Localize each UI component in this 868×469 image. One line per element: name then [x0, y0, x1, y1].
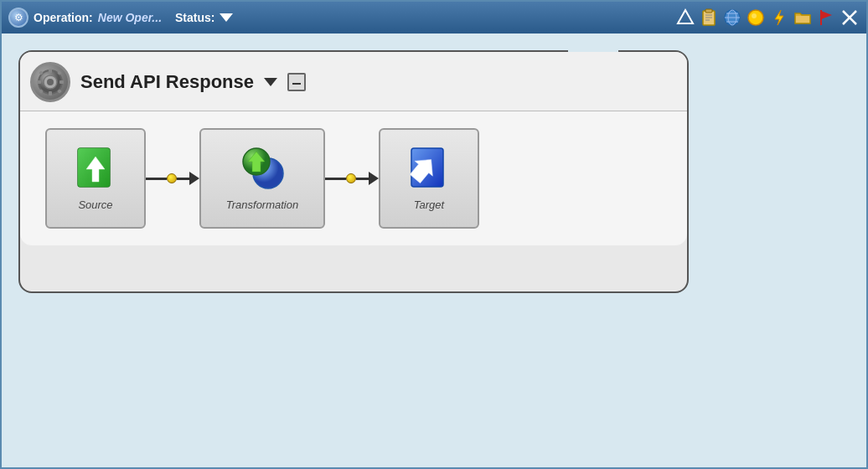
pipeline-dropdown[interactable]: [264, 78, 277, 86]
share-icon[interactable]: [675, 8, 695, 28]
pipeline-title: Send API Response: [80, 71, 254, 93]
connector-dot-2: [346, 173, 356, 183]
globe-icon[interactable]: [722, 8, 742, 28]
clipboard-icon[interactable]: [699, 8, 719, 28]
transformation-label: Transformation: [226, 198, 298, 211]
operation-name: New Oper...: [98, 11, 162, 24]
source-label: Source: [78, 198, 112, 211]
app-icon: ⚙: [8, 8, 28, 28]
connector-dot-1: [167, 173, 177, 183]
connector-line-1b: [177, 178, 189, 180]
svg-point-20: [47, 79, 54, 85]
flag-icon[interactable]: [816, 8, 836, 28]
svg-marker-13: [775, 10, 783, 25]
lightning-icon[interactable]: [769, 8, 789, 28]
svg-point-12: [752, 13, 757, 18]
folder-icon[interactable]: [793, 8, 813, 28]
connector-arrow-1: [189, 172, 199, 185]
svg-rect-2: [705, 9, 712, 13]
svg-rect-24: [59, 80, 64, 84]
status-icon[interactable]: [746, 8, 766, 28]
status-dropdown[interactable]: [220, 13, 233, 22]
target-label: Target: [414, 198, 444, 211]
toolbar-icons: [675, 8, 860, 28]
close-icon[interactable]: [840, 8, 860, 28]
svg-rect-21: [49, 69, 52, 73]
svg-rect-22: [49, 91, 52, 95]
title-bar: ⚙ Operation: New Oper... Status:: [2, 2, 866, 34]
svg-rect-23: [37, 80, 41, 84]
pipeline-gear-icon: [30, 62, 70, 102]
pipeline-header: Send API Response: [20, 52, 687, 111]
canvas-area: Send API Response: [2, 34, 866, 467]
target-icon: [406, 147, 452, 192]
transformation-icon: [240, 147, 285, 192]
operation-label: Operation:: [34, 11, 93, 24]
flow-area: Source: [20, 111, 687, 245]
connector-line-1a: [146, 178, 167, 180]
connector-2: [325, 172, 379, 185]
source-node[interactable]: Source: [45, 128, 146, 229]
svg-marker-0: [678, 10, 693, 23]
transformation-node[interactable]: Transformation: [199, 128, 325, 229]
pipeline-container: Send API Response: [18, 50, 689, 293]
connector-line-2b: [356, 178, 369, 180]
pipeline-minimize-button[interactable]: [287, 73, 306, 91]
source-icon: [73, 147, 118, 192]
connector-line-2a: [325, 178, 346, 180]
connector-1: [146, 172, 199, 185]
target-node[interactable]: Target: [379, 128, 479, 229]
status-label: Status:: [175, 11, 214, 24]
svg-marker-15: [821, 11, 832, 19]
connector-arrow-2: [369, 172, 379, 185]
